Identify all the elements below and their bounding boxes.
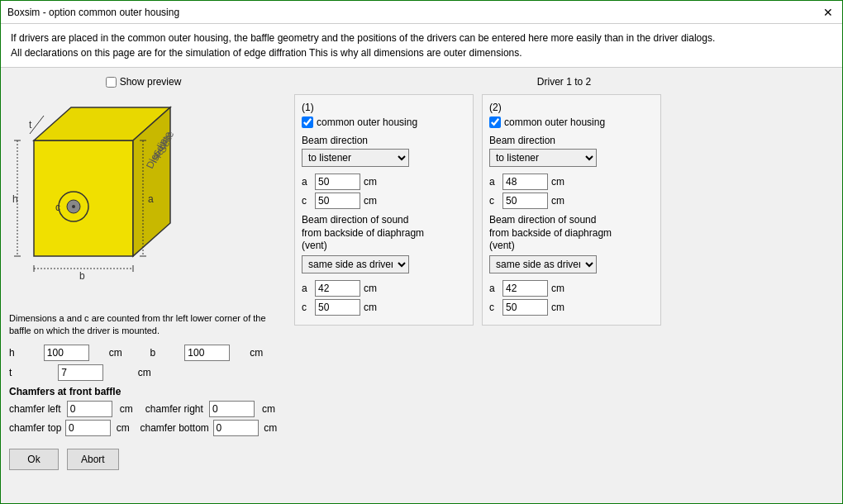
abort-button[interactable]: Abort	[67, 449, 119, 470]
cabinet-diagram: Dies ist die rechte Seite t h	[9, 91, 241, 306]
svg-line-10	[30, 116, 44, 134]
driver1-vc-unit: cm	[364, 302, 377, 313]
svg-text:h: h	[12, 193, 18, 205]
driver1-vc-row: c cm	[302, 299, 466, 316]
chamfer-top-input[interactable]	[65, 420, 111, 436]
driver2-vc-row: c cm	[489, 299, 654, 316]
driver1-vent-label: Beam direction of soundfrom backside of …	[302, 214, 466, 253]
chamfer-top-label: chamfer top	[9, 422, 62, 434]
driver2-checkbox[interactable]	[489, 116, 501, 128]
driver2-va-row: a cm	[489, 280, 654, 297]
chamfer-bottom-unit: cm	[264, 422, 278, 434]
close-button[interactable]: ✕	[821, 5, 836, 20]
driver1-beam-select[interactable]: to listener away from listener left righ…	[302, 149, 409, 167]
driver1-va-label: a	[302, 283, 312, 294]
driver1-a-label: a	[302, 176, 312, 188]
driver2-vc-unit: cm	[551, 302, 564, 313]
driver2-num: (2)	[489, 102, 654, 113]
driver1-a-unit: cm	[364, 176, 377, 188]
window-title: Boxsim - option common outer housing	[7, 7, 179, 18]
driver2-c-input[interactable]	[502, 193, 548, 209]
driver1-a-input[interactable]	[315, 174, 360, 190]
driver1-c-input[interactable]	[315, 193, 360, 209]
b-unit: cm	[250, 347, 278, 359]
chamfer-left-label: chamfer left	[9, 403, 64, 415]
driver2-beam-label: Beam direction	[489, 135, 654, 146]
info-line1: If drivers are placed in the common oute…	[11, 31, 832, 45]
h-label: h	[9, 347, 40, 359]
buttons-row: Ok Abort	[9, 449, 278, 470]
hb-row: h cm b cm	[9, 345, 278, 361]
chamfer-bottom-label: chamfer bottom	[140, 422, 209, 434]
driver2-c-row: c cm	[489, 193, 654, 209]
driver1-va-input[interactable]	[315, 280, 360, 297]
dimensions-section: Dimensions a and c are counted from thr …	[9, 312, 278, 439]
driver1-num: (1)	[302, 102, 466, 113]
show-preview-checkbox[interactable]	[106, 77, 117, 88]
driver1-checkbox-label: common outer housing	[317, 116, 417, 128]
info-section: If drivers are placed in the common oute…	[1, 24, 842, 68]
dims-note: Dimensions a and c are counted from thr …	[9, 312, 278, 338]
t-label: t	[9, 367, 55, 378]
driver1-checkbox-row: common outer housing	[302, 116, 466, 128]
chamfer-left-input[interactable]	[67, 401, 112, 417]
t-unit: cm	[138, 367, 180, 378]
driver1-va-unit: cm	[364, 283, 377, 294]
driver2-beam-select[interactable]: to listener away from listener left righ…	[489, 149, 597, 167]
driver1-vc-label: c	[302, 302, 312, 313]
driver1-beam-label: Beam direction	[302, 135, 466, 146]
chamfer-top-row: chamfer top cm chamfer bottom cm	[9, 420, 278, 436]
driver2-c-unit: cm	[551, 195, 564, 207]
h-unit: cm	[109, 347, 137, 359]
ok-button[interactable]: Ok	[9, 449, 59, 470]
chamfer-bottom-input[interactable]	[213, 420, 259, 436]
main-window: Boxsim - option common outer housing ✕ I…	[0, 0, 843, 504]
driver-header: Driver 1 to 2	[294, 76, 834, 88]
b-input[interactable]	[184, 345, 230, 361]
driver2-a-input[interactable]	[502, 174, 548, 190]
driver1-vent-select[interactable]: same side as driver opposite side left r…	[302, 255, 409, 273]
chamfer-top-unit: cm	[117, 422, 131, 434]
show-preview-label[interactable]: Show preview	[106, 76, 182, 88]
driver2-a-unit: cm	[551, 176, 564, 188]
svg-marker-0	[34, 140, 133, 256]
driver2-c-label: c	[489, 195, 499, 207]
driver2-vent-select[interactable]: same side as driver opposite side left r…	[489, 255, 597, 273]
title-bar: Boxsim - option common outer housing ✕	[1, 1, 842, 24]
t-row: t cm	[9, 364, 278, 381]
svg-text:a: a	[148, 193, 154, 205]
driver1-c-label: c	[302, 195, 312, 207]
driver1-c-unit: cm	[364, 195, 377, 207]
svg-text:c: c	[55, 202, 60, 213]
chamfer-right-label: chamfer right	[145, 403, 206, 415]
content-area: Show preview Dies ist	[1, 68, 842, 503]
svg-text:b: b	[79, 270, 85, 282]
driver1-a-row: a cm	[302, 174, 466, 190]
drivers-container: (1) common outer housing Beam direction …	[294, 94, 834, 326]
h-input[interactable]	[44, 345, 89, 361]
driver2-a-label: a	[489, 176, 499, 188]
driver2-checkbox-label: common outer housing	[504, 116, 605, 128]
driver1-c-row: c cm	[302, 193, 466, 209]
driver2-vent-label: Beam direction of soundfrom backside of …	[489, 214, 654, 253]
driver2-vc-input[interactable]	[502, 299, 548, 316]
t-input[interactable]	[58, 364, 103, 381]
driver2-vc-label: c	[489, 302, 499, 313]
driver2-va-unit: cm	[551, 283, 564, 294]
driver2-va-input[interactable]	[502, 280, 548, 297]
chamfer-left-row: chamfer left cm chamfer right cm	[9, 401, 278, 417]
b-label: b	[150, 347, 181, 359]
chamfers-title: Chamfers at front baffle	[9, 386, 278, 397]
left-panel: Show preview Dies ist	[1, 68, 286, 503]
driver-box-1: (1) common outer housing Beam direction …	[294, 94, 474, 326]
driver-box-2: (2) common outer housing Beam direction …	[482, 94, 661, 326]
chamfer-right-input[interactable]	[209, 401, 255, 417]
chamfer-left-unit: cm	[120, 403, 136, 415]
driver1-vc-input[interactable]	[315, 299, 360, 316]
spacer	[669, 94, 834, 326]
info-line2: All declarations on this page are for th…	[11, 45, 832, 60]
driver2-a-row: a cm	[489, 174, 654, 190]
driver1-va-row: a cm	[302, 280, 466, 297]
driver2-checkbox-row: common outer housing	[489, 116, 654, 128]
driver1-checkbox[interactable]	[302, 116, 313, 128]
